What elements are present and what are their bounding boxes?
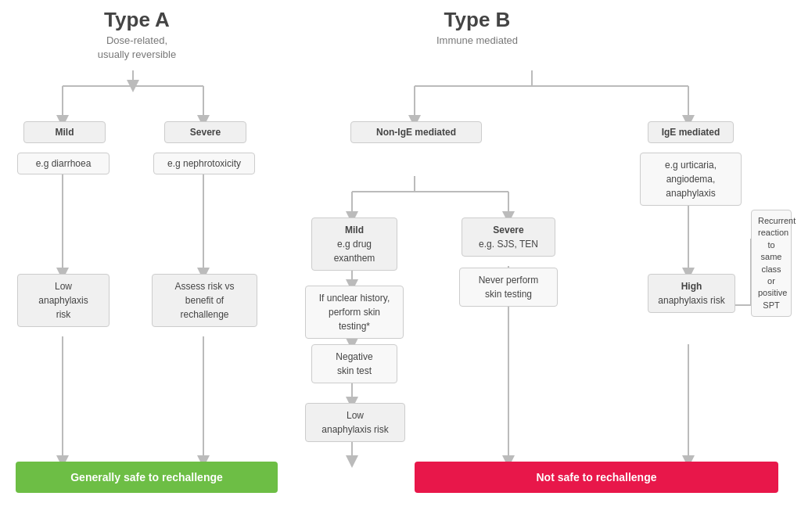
arrows-svg — [0, 0, 801, 532]
ige-example-box: e.g urticaria,angiodema,anaphylaxis — [640, 153, 742, 206]
not-safe-bar: Not safe to rechallenge — [415, 462, 778, 493]
safe-bar: Generally safe to rechallenge — [16, 462, 278, 493]
mild-a-box: Mild — [23, 121, 106, 143]
severe-b-box: Severee.g. SJS, TEN — [462, 217, 555, 257]
severe-a-box: Severe — [164, 121, 246, 143]
mild-a-example-box: e.g diarrhoea — [17, 153, 110, 174]
assess-risk-box: Assess risk vsbenefit ofrechallenge — [152, 274, 257, 327]
type-b-header: Type B Immune mediated — [352, 8, 602, 56]
negative-skin-box: Negativeskin test — [311, 344, 397, 383]
low-anaphylaxis-a-box: Lowanaphylaxisrisk — [17, 274, 110, 327]
never-perform-box: Never performskin testing — [459, 268, 558, 307]
type-a-title: Type A — [16, 8, 258, 32]
diagram: Type A Dose-related,usually reversible T… — [0, 0, 801, 532]
recurrent-box: Recurrent reaction to same class or posi… — [751, 210, 792, 317]
non-ige-box: Non-IgE mediated — [350, 121, 482, 143]
severe-a-example-box: e.g nephrotoxicity — [153, 153, 255, 174]
ige-box: IgE mediated — [648, 121, 734, 143]
type-a-header: Type A Dose-related,usually reversible — [16, 8, 258, 70]
low-anaphylaxis-b-box: Lowanaphylaxis risk — [305, 403, 405, 442]
type-b-subtitle: Immune mediated — [352, 34, 602, 48]
type-a-subtitle: Dose-related,usually reversible — [16, 34, 258, 62]
if-unclear-box: If unclear history,perform skin testing* — [305, 286, 404, 339]
type-b-title: Type B — [352, 8, 602, 32]
high-anaphylaxis-box: Highanaphylaxis risk — [648, 274, 735, 313]
mild-b-box: Milde.g drugexanthem — [311, 217, 397, 271]
